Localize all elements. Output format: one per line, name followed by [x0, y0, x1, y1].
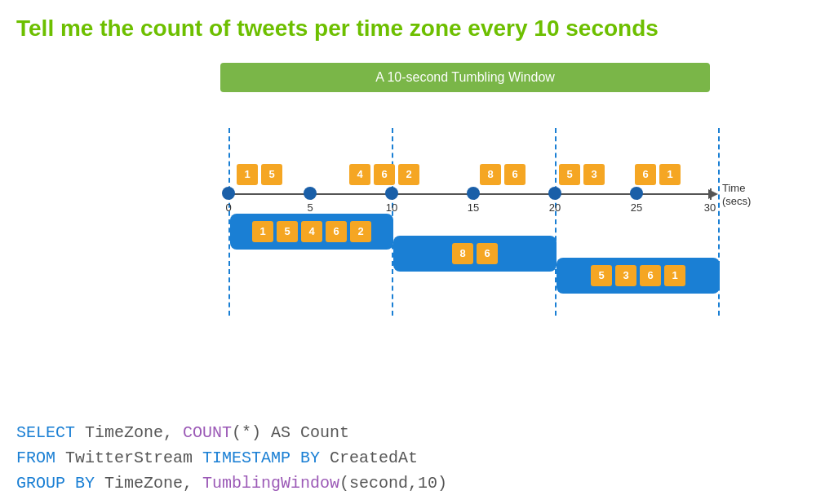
sql-line3-rest: TimeZone,	[95, 474, 202, 493]
time-label: Time(secs)	[722, 182, 751, 210]
window-item-8: 8	[452, 243, 473, 264]
dot-25	[630, 187, 643, 200]
window-item-6a: 6	[326, 221, 347, 242]
tweet-box-4: 4	[349, 164, 370, 185]
window-item-1: 1	[252, 221, 273, 242]
window-item-1b: 1	[664, 265, 685, 286]
tweet-box-5b: 5	[559, 164, 580, 185]
sql-area: SELECT TimeZone, COUNT(*) AS Count FROM …	[16, 420, 447, 496]
window-bar-3: 5 3 6 1	[557, 258, 720, 294]
timeline-container: Time(secs) 0 5 10 15 20 25 30 1 5 4 6 2 …	[220, 104, 759, 267]
sql-line1-rest: TimeZone,	[75, 423, 183, 442]
tick-label-10: 10	[386, 201, 397, 214]
window-bar-2: 8 6	[393, 236, 557, 272]
sql-line-2: FROM TwitterStream TIMESTAMP BY CreatedA…	[16, 445, 447, 471]
sql-by2-kw: BY	[65, 474, 95, 493]
sql-tumblingwindow-kw: TumblingWindow	[202, 474, 339, 493]
sql-from-kw: FROM	[16, 449, 55, 467]
page-title: Tell me the count of tweets per time zon…	[0, 0, 816, 51]
tumbling-window-banner: A 10-second Tumbling Window	[220, 63, 710, 92]
tick-label-20: 20	[549, 201, 561, 214]
sql-line3-rest2: (second,10)	[339, 474, 447, 493]
sql-by-kw: BY	[290, 449, 320, 467]
dot-20	[548, 187, 561, 200]
window-bar-1: 1 5 4 6 2	[230, 214, 393, 250]
dot-10	[385, 187, 398, 200]
sql-line2-rest2: CreatedAt	[320, 449, 418, 467]
window-item-4: 4	[301, 221, 322, 242]
tweet-box-6a: 6	[374, 164, 395, 185]
sql-select-kw: SELECT	[16, 423, 75, 442]
window-item-5: 5	[277, 221, 298, 242]
window-item-3: 3	[615, 265, 636, 286]
sql-line-1: SELECT TimeZone, COUNT(*) AS Count	[16, 420, 447, 445]
sql-group-kw: GROUP	[16, 474, 65, 493]
tick-label-15: 15	[468, 201, 479, 214]
tweet-box-1: 1	[237, 164, 258, 185]
tweet-box-3: 3	[583, 164, 605, 185]
tick-30	[710, 188, 712, 200]
diagram-area: A 10-second Tumbling Window Time(secs) 0…	[0, 55, 816, 332]
tweet-box-1b: 1	[659, 164, 681, 185]
dot-5	[304, 187, 317, 200]
dot-0	[222, 187, 235, 200]
tweet-box-6c: 6	[635, 164, 656, 185]
tweet-box-8: 8	[480, 164, 501, 185]
sql-timestamp-kw: TIMESTAMP	[202, 449, 290, 467]
tick-label-0: 0	[225, 201, 231, 214]
window-item-2: 2	[350, 221, 371, 242]
tick-label-5: 5	[307, 201, 313, 214]
tweet-box-5a: 5	[261, 164, 282, 185]
tick-label-30: 30	[704, 201, 716, 214]
sql-count-kw: COUNT	[183, 423, 232, 442]
window-item-5b: 5	[591, 265, 612, 286]
tick-label-25: 25	[631, 201, 642, 214]
sql-line2-rest: TwitterStream	[55, 449, 202, 467]
window-item-6b: 6	[477, 243, 498, 264]
tweet-box-2: 2	[398, 164, 419, 185]
sql-line1-rest2: (*) AS Count	[232, 423, 349, 442]
dot-15	[467, 187, 480, 200]
window-item-6c: 6	[640, 265, 661, 286]
sql-line-3: GROUP BY TimeZone, TumblingWindow(second…	[16, 471, 447, 496]
tweet-box-6b: 6	[504, 164, 526, 185]
